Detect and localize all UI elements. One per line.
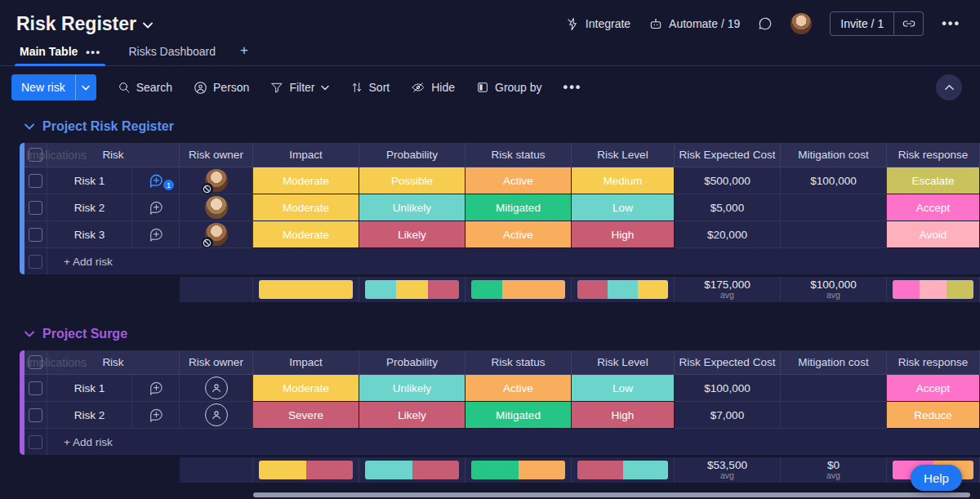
risk-response-cell[interactable]: Accept (887, 375, 980, 402)
column-header-probability[interactable]: Probability (359, 143, 466, 167)
add-risk-button[interactable]: + Add risk (47, 248, 980, 274)
column-header-mitigation-cost[interactable]: Mitigation cost (781, 143, 887, 167)
risk-status-cell[interactable]: Mitigated (466, 194, 572, 221)
risk-response-cell[interactable]: Accept (887, 194, 980, 221)
row-checkbox[interactable] (29, 228, 42, 242)
expected-cost-cell[interactable]: $5,000 (675, 194, 781, 221)
table-row[interactable]: Risk 2ModerateUnlikelyMitigatedLow$5,000… (24, 194, 980, 221)
risk-name-cell[interactable]: Risk 2 (47, 402, 180, 429)
probability-status-cell[interactable]: Unlikely (359, 375, 466, 402)
column-header-risk[interactable]: ImplicationsRisk (47, 143, 180, 167)
updates-button[interactable] (758, 16, 773, 31)
row-checkbox[interactable] (29, 255, 42, 269)
invite-button[interactable]: Invite / 1 (830, 11, 894, 36)
column-header-risk-response[interactable]: Risk response (887, 143, 980, 167)
risk-owner-cell[interactable] (180, 194, 253, 221)
new-risk-split-button[interactable]: New risk (11, 74, 96, 100)
row-checkbox[interactable] (29, 148, 42, 162)
column-header-risk-level[interactable]: Risk Level (572, 350, 675, 375)
table-row[interactable]: Risk 11ModeratePossibleActiveMedium$500,… (24, 167, 980, 194)
risk-response-cell[interactable]: Escalate (887, 167, 980, 194)
person-filter-button[interactable]: Person (194, 81, 249, 95)
expected-cost-cell[interactable]: $500,000 (675, 167, 781, 194)
risk-status-cell[interactable]: Active (466, 375, 572, 402)
owner-avatar[interactable] (205, 376, 228, 399)
new-risk-dropdown[interactable] (75, 74, 96, 100)
copy-link-button[interactable] (894, 11, 924, 36)
impact-status-cell[interactable]: Severe (253, 402, 359, 429)
column-header-risk-expected-cost[interactable]: Risk Expected Cost (675, 143, 781, 167)
new-risk-button[interactable]: New risk (11, 74, 75, 100)
board-more-menu[interactable]: ••• (942, 16, 960, 31)
column-header-risk-response[interactable]: Risk response (887, 350, 980, 375)
conversation-button[interactable] (131, 221, 179, 247)
row-checkbox[interactable] (29, 355, 42, 369)
risk-level-cell[interactable]: Medium (572, 167, 675, 194)
add-risk-row[interactable]: + Add risk (24, 429, 980, 455)
impact-status-cell[interactable]: Moderate (253, 221, 359, 248)
column-header-risk-owner[interactable]: Risk owner (180, 350, 253, 375)
owner-avatar[interactable] (205, 223, 228, 246)
table-row[interactable]: Risk 3ModerateLikelyActiveHigh$20,000Avo… (24, 221, 980, 248)
row-checkbox[interactable] (29, 435, 42, 449)
risk-owner-cell[interactable] (180, 402, 253, 429)
row-checkbox[interactable] (29, 201, 42, 215)
toolbar-more-menu[interactable]: ••• (564, 80, 582, 95)
column-header-impact[interactable]: Impact (253, 143, 359, 167)
group-title[interactable]: Project Surge (24, 327, 980, 341)
column-header-risk-owner[interactable]: Risk owner (180, 143, 253, 167)
risk-name-cell[interactable]: Risk 2 (47, 194, 180, 221)
conversation-button[interactable]: 1 (131, 167, 179, 194)
column-header-mitigation-cost[interactable]: Mitigation cost (781, 350, 887, 375)
risk-name-cell[interactable]: Risk 11 (47, 167, 180, 194)
tab-risks-dashboard[interactable]: Risks Dashboard (125, 40, 219, 65)
column-header-risk-level[interactable]: Risk Level (572, 143, 675, 167)
risk-name-cell[interactable]: Risk 3 (47, 221, 180, 248)
column-header-impact[interactable]: Impact (253, 350, 359, 375)
board-title[interactable]: Risk Register (16, 13, 153, 35)
expected-cost-cell[interactable]: $7,000 (675, 402, 781, 429)
column-header-risk-status[interactable]: Risk status (466, 350, 572, 375)
tab-main-table[interactable]: Main Table ••• (16, 40, 104, 65)
probability-status-cell[interactable]: Possible (359, 167, 466, 194)
probability-status-cell[interactable]: Unlikely (359, 194, 466, 221)
integrate-button[interactable]: Integrate (566, 17, 630, 31)
risk-owner-cell[interactable] (180, 375, 253, 402)
conversation-button[interactable] (131, 402, 179, 428)
column-header-risk-expected-cost[interactable]: Risk Expected Cost (675, 350, 781, 375)
mitigation-cost-cell[interactable] (781, 402, 887, 429)
mitigation-cost-cell[interactable] (781, 221, 887, 248)
risk-level-cell[interactable]: High (572, 221, 675, 248)
tab-menu-icon[interactable]: ••• (86, 46, 100, 58)
row-checkbox[interactable] (29, 408, 42, 422)
help-button[interactable]: Help (911, 465, 962, 491)
risk-owner-cell[interactable] (180, 221, 253, 248)
risk-status-cell[interactable]: Active (466, 167, 572, 194)
add-view-button[interactable]: + (240, 42, 248, 65)
risk-owner-cell[interactable] (180, 167, 253, 194)
row-checkbox[interactable] (29, 381, 42, 395)
add-risk-row[interactable]: + Add risk (24, 248, 980, 274)
column-header-risk-status[interactable]: Risk status (466, 143, 572, 167)
owner-avatar[interactable] (205, 403, 228, 426)
probability-status-cell[interactable]: Likely (359, 402, 466, 429)
impact-status-cell[interactable]: Moderate (253, 194, 359, 221)
mitigation-cost-cell[interactable] (781, 375, 887, 402)
risk-level-cell[interactable]: Low (572, 194, 675, 221)
table-row[interactable]: Risk 2SevereLikelyMitigatedHigh$7,000Red… (24, 402, 980, 429)
risk-name-cell[interactable]: Risk 1 (47, 375, 180, 402)
conversation-button[interactable] (131, 194, 179, 221)
risk-level-cell[interactable]: High (572, 402, 675, 429)
owner-avatar[interactable] (205, 196, 228, 219)
risk-status-cell[interactable]: Mitigated (466, 402, 572, 429)
risk-status-cell[interactable]: Active (466, 221, 572, 248)
expected-cost-cell[interactable]: $20,000 (675, 221, 781, 248)
sort-button[interactable]: Sort (350, 81, 390, 94)
user-avatar[interactable] (791, 13, 812, 34)
impact-status-cell[interactable]: Moderate (253, 167, 359, 194)
group-by-button[interactable]: Group by (476, 81, 542, 94)
add-risk-button[interactable]: + Add risk (47, 429, 980, 455)
mitigation-cost-cell[interactable] (781, 194, 887, 221)
row-checkbox[interactable] (29, 174, 42, 188)
impact-status-cell[interactable]: Moderate (253, 375, 359, 402)
